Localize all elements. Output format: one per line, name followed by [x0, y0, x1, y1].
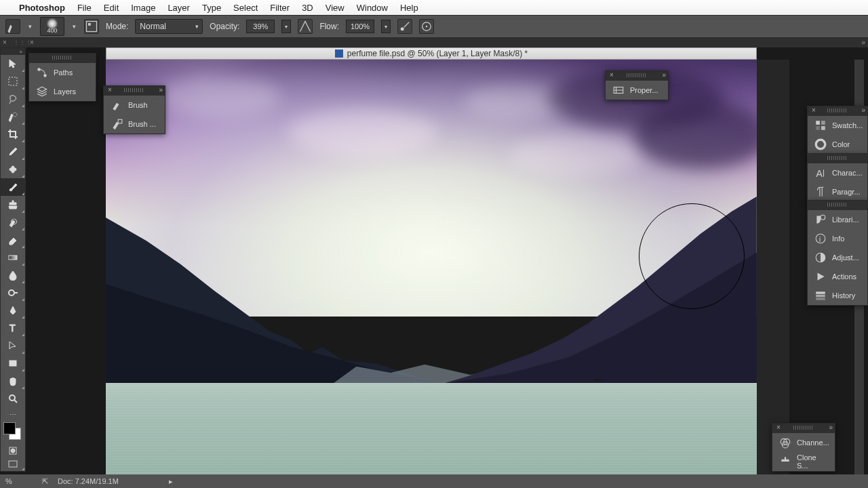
menu-image[interactable]: Image	[131, 3, 155, 13]
panel-grip-icon[interactable]	[627, 73, 647, 77]
status-flyout-icon[interactable]: ▸	[169, 477, 173, 486]
document-canvas[interactable]	[106, 60, 757, 474]
tab-adjustments[interactable]: Adjust...	[808, 248, 867, 267]
collapse-arrows-icon[interactable]: »	[662, 71, 666, 79]
brush-preview-icon	[47, 19, 57, 28]
airbrush-icon[interactable]	[397, 19, 412, 34]
tab-actions[interactable]: Actions	[808, 267, 867, 286]
svg-text:i: i	[819, 235, 821, 243]
menu-filter[interactable]: Filter	[270, 3, 290, 13]
menu-layer[interactable]: Layer	[167, 3, 190, 13]
tab-clone-source[interactable]: Clone S...	[772, 452, 835, 471]
app-name[interactable]: Photoshop	[19, 3, 65, 13]
svg-point-2	[401, 27, 404, 30]
pen-tool[interactable]	[1, 302, 25, 319]
panel-grip-icon[interactable]	[827, 156, 848, 160]
tab-brush-presets[interactable]: Brush ...	[104, 115, 165, 134]
zoom-field[interactable]: %	[5, 477, 33, 485]
tab-libraries[interactable]: Librari...	[808, 210, 867, 229]
close-icon[interactable]: ×	[105, 86, 115, 94]
menu-window[interactable]: Window	[357, 3, 388, 13]
collapse-arrows-icon[interactable]: »	[829, 424, 833, 431]
collapse-arrows-icon[interactable]: »	[861, 106, 865, 114]
lasso-tool[interactable]	[1, 90, 25, 108]
size-pressure-icon[interactable]	[419, 19, 434, 34]
panel-grip-icon[interactable]	[793, 426, 814, 430]
blend-mode-dropdown[interactable]: Normal	[135, 19, 203, 34]
brush-preset-picker[interactable]: 400	[40, 17, 64, 36]
eraser-tool[interactable]	[1, 231, 25, 249]
panel-grip-icon[interactable]	[827, 108, 848, 113]
menu-file[interactable]: File	[77, 3, 92, 13]
tab-info[interactable]: i Info	[808, 229, 867, 248]
move-tool[interactable]	[1, 55, 25, 73]
menu-type[interactable]: Type	[202, 3, 221, 13]
tab-brush[interactable]: Brush	[104, 96, 165, 115]
eyedropper-tool[interactable]	[1, 143, 25, 161]
tab-swatches[interactable]: Swatch...	[808, 116, 867, 135]
tab-color[interactable]: Color	[808, 135, 867, 154]
tab-brush-label: Brush	[128, 101, 148, 109]
panel-grip-icon[interactable]: ⋮⋮⋮	[14, 39, 32, 45]
brush-tool[interactable]	[1, 178, 25, 196]
toolbox-grip[interactable]: »	[1, 48, 25, 55]
close-icon[interactable]: ×	[607, 71, 616, 79]
panel-grip-icon[interactable]	[827, 203, 848, 207]
svg-rect-0	[87, 22, 97, 32]
type-tool[interactable]: T	[1, 319, 25, 337]
hand-tool[interactable]	[1, 372, 25, 390]
tab-color-label: Color	[832, 140, 850, 148]
dodge-tool[interactable]	[1, 284, 25, 302]
chevron-down-icon[interactable]: ▾	[71, 23, 77, 30]
chevron-down-icon[interactable]: ▾	[27, 23, 33, 30]
tab-character[interactable]: A Charac...	[808, 163, 867, 182]
tab-channels[interactable]: Channe...	[772, 433, 835, 452]
close-icon[interactable]: ×	[809, 106, 818, 114]
opacity-pressure-icon[interactable]	[298, 19, 313, 34]
crop-tool[interactable]	[1, 125, 25, 143]
zoom-tool[interactable]	[1, 390, 25, 407]
history-brush-tool[interactable]	[1, 214, 25, 231]
gradient-tool[interactable]	[1, 249, 25, 266]
foreground-color-swatch[interactable]	[3, 422, 16, 434]
quick-mask-toggle[interactable]	[1, 444, 25, 458]
path-selection-tool[interactable]	[1, 337, 25, 354]
spot-healing-tool[interactable]	[1, 161, 25, 178]
screen-mode-toggle[interactable]	[1, 458, 25, 471]
tab-info-label: Info	[832, 235, 844, 243]
close-icon[interactable]: ×	[774, 424, 783, 431]
export-icon[interactable]: ⇱	[42, 477, 48, 486]
menu-3d[interactable]: 3D	[302, 3, 313, 13]
close-icon[interactable]: ×	[30, 39, 34, 46]
edit-toolbar[interactable]: ⋯	[1, 407, 25, 421]
tool-preset-picker[interactable]	[5, 19, 20, 34]
panel-grip-icon[interactable]	[124, 88, 144, 92]
tab-history[interactable]: History	[808, 286, 867, 305]
blur-tool[interactable]	[1, 266, 25, 284]
color-swatches[interactable]	[1, 421, 25, 444]
collapse-arrows-icon[interactable]: »	[159, 86, 163, 94]
brush-presets-icon	[111, 118, 123, 130]
tab-paragraph[interactable]: Paragr...	[808, 182, 867, 201]
menu-select[interactable]: Select	[233, 3, 258, 13]
opacity-stepper[interactable]: ▾	[281, 20, 291, 33]
brush-panel-toggle[interactable]	[84, 19, 99, 34]
collapse-arrows-icon[interactable]: »	[861, 39, 865, 46]
svg-rect-24	[821, 126, 825, 130]
rectangle-tool[interactable]	[1, 354, 25, 372]
menu-view[interactable]: View	[326, 3, 344, 13]
tab-paths[interactable]: Paths	[29, 63, 96, 82]
menu-help[interactable]: Help	[400, 3, 418, 13]
tab-swatches-label: Swatch...	[832, 121, 863, 129]
quick-select-tool[interactable]	[1, 108, 25, 125]
clone-stamp-tool[interactable]	[1, 196, 25, 214]
close-icon[interactable]: ×	[3, 39, 7, 46]
marquee-tool[interactable]	[1, 73, 25, 90]
flow-input[interactable]	[346, 20, 374, 33]
panel-grip-icon[interactable]	[52, 56, 73, 60]
menu-edit[interactable]: Edit	[104, 3, 119, 13]
tab-properties[interactable]: Proper...	[606, 81, 668, 100]
flow-stepper[interactable]: ▾	[381, 20, 391, 33]
opacity-input[interactable]	[246, 20, 275, 33]
tab-layers[interactable]: Layers	[29, 82, 96, 101]
